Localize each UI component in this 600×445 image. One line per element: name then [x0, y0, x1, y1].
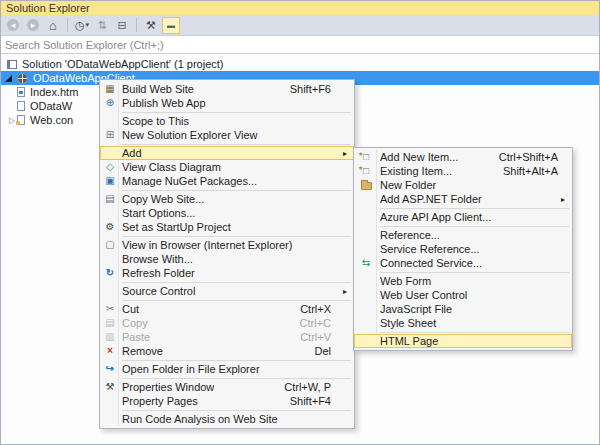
html-file-icon: [17, 87, 25, 97]
file-label: Web.con: [30, 114, 73, 126]
home-button[interactable]: ⌂: [44, 17, 62, 34]
menu-item-build-web-site[interactable]: ▦ Build Web Site Shift+F6: [100, 82, 354, 96]
menu-item-new-solution-explorer-view[interactable]: ⊞ New Solution Explorer View: [100, 128, 354, 142]
menu-item-open-folder-in-file-explorer[interactable]: ↪ Open Folder in File Explorer: [100, 362, 354, 376]
submenu-item-existing-item[interactable]: □ Existing Item... Shift+Alt+A: [354, 164, 572, 178]
new-view-icon: ⊞: [102, 128, 118, 142]
chevron-down-icon: ▾: [86, 21, 90, 29]
solution-icon: [7, 60, 17, 69]
menu-item-property-pages[interactable]: Property Pages Shift+F4: [100, 394, 354, 408]
menu-item-paste[interactable]: ▥ Paste Ctrl+V: [100, 330, 354, 344]
menu-separator: [122, 282, 351, 283]
show-all-files-button[interactable]: ▬: [162, 17, 180, 34]
back-icon: ◂: [7, 19, 19, 31]
panel-titlebar[interactable]: Solution Explorer: [1, 1, 599, 15]
copy-web-site-icon: ▤: [102, 192, 118, 206]
submenu-item-web-form[interactable]: Web Form: [354, 274, 572, 288]
search-bar: [1, 36, 599, 54]
menu-item-copy[interactable]: ▤ Copy Ctrl+C: [100, 316, 354, 330]
wrench-icon: ⚒: [146, 19, 156, 32]
menu-separator: [380, 208, 569, 209]
file-label: ODataW: [30, 100, 72, 112]
menu-item-run-code-analysis[interactable]: Run Code Analysis on Web Site: [100, 412, 354, 426]
nuget-icon: ▣: [102, 174, 118, 188]
menu-item-set-as-startup-project[interactable]: ⚙ Set as StartUp Project: [100, 220, 354, 234]
menu-item-cut[interactable]: ✂ Cut Ctrl+X: [100, 302, 354, 316]
menu-item-view-class-diagram[interactable]: ◇ View Class Diagram: [100, 160, 354, 174]
menu-item-browse-with[interactable]: Browse With...: [100, 252, 354, 266]
sync-with-active-document-button[interactable]: ⇅: [93, 17, 111, 34]
menu-item-properties-window[interactable]: ⚒ Properties Window Ctrl+W, P: [100, 380, 354, 394]
forward-icon: ▸: [27, 19, 39, 31]
file-label: Index.htm: [30, 86, 78, 98]
collapse-all-button[interactable]: ⊟: [113, 17, 131, 34]
submenu-item-web-user-control[interactable]: Web User Control: [354, 288, 572, 302]
open-folder-icon: ↪: [102, 362, 118, 376]
submenu-item-connected-service[interactable]: ⇆ Connected Service...: [354, 256, 572, 270]
submenu-item-new-folder[interactable]: New Folder: [354, 178, 572, 192]
search-input[interactable]: [1, 37, 599, 53]
tree-item-solution[interactable]: Solution 'ODataWebAppClient' (1 project): [1, 57, 599, 71]
config-file-icon: [17, 115, 25, 125]
submenu-item-html-page[interactable]: HTML Page: [354, 334, 572, 348]
toolbar: ◂ ▸ ⌂ ◷ ▾ ⇅ ⊟ ⚒ ▬: [1, 15, 599, 36]
menu-separator: [122, 410, 351, 411]
menu-item-manage-nuget-packages[interactable]: ▣ Manage NuGet Packages...: [100, 174, 354, 188]
browser-icon: ▢: [102, 238, 118, 252]
connected-service-icon: ⇆: [358, 256, 374, 270]
collapse-all-icon: ⊟: [117, 19, 126, 32]
properties-button[interactable]: ⚒: [142, 17, 160, 34]
menu-separator: [122, 300, 351, 301]
menu-item-source-control[interactable]: Source Control ▸: [100, 284, 354, 298]
toolbar-separator: [67, 18, 68, 32]
menu-separator: [380, 272, 569, 273]
submenu-item-javascript-file[interactable]: JavaScript File: [354, 302, 572, 316]
solution-explorer-panel: Solution Explorer ◂ ▸ ⌂ ◷ ▾ ⇅ ⊟ ⚒ ▬: [0, 0, 600, 445]
expander-open-icon[interactable]: [5, 75, 12, 82]
submenu-item-add-aspnet-folder[interactable]: Add ASP.NET Folder ▸: [354, 192, 572, 206]
refresh-icon: ↻: [102, 266, 118, 280]
context-menu: ▦ Build Web Site Shift+F6 ⊕ Publish Web …: [99, 79, 355, 429]
submenu-item-reference[interactable]: Reference...: [354, 228, 572, 242]
existing-item-icon: □: [358, 164, 374, 178]
menu-item-refresh-folder[interactable]: ↻ Refresh Folder: [100, 266, 354, 280]
toolbar-separator: [136, 18, 137, 32]
copy-icon: ▤: [102, 316, 118, 330]
show-all-files-icon: ▬: [167, 21, 175, 30]
submenu-item-service-reference[interactable]: Service Reference...: [354, 242, 572, 256]
submenu-item-azure-api-app-client[interactable]: Azure API App Client...: [354, 210, 572, 224]
pending-changes-filter-button[interactable]: ◷ ▾: [73, 17, 91, 34]
sync-icon: ⇅: [97, 19, 106, 32]
submenu-arrow-icon: ▸: [343, 149, 347, 158]
menu-separator: [380, 332, 569, 333]
menu-separator: [380, 226, 569, 227]
menu-separator: [122, 236, 351, 237]
menu-separator: [122, 190, 351, 191]
wrench-icon: ⚒: [102, 380, 118, 394]
submenu-item-add-new-item[interactable]: □ Add New Item... Ctrl+Shift+A: [354, 150, 572, 164]
menu-separator: [122, 144, 351, 145]
submenu-arrow-icon: ▸: [343, 287, 347, 296]
forward-button[interactable]: ▸: [24, 17, 42, 34]
menu-separator: [122, 360, 351, 361]
new-folder-icon: [358, 178, 374, 192]
back-button[interactable]: ◂: [4, 17, 22, 34]
menu-item-publish-web-app[interactable]: ⊕ Publish Web App: [100, 96, 354, 110]
paste-icon: ▥: [102, 330, 118, 344]
menu-item-scope-to-this[interactable]: Scope to This: [100, 114, 354, 128]
remove-icon: ×: [102, 344, 118, 358]
menu-item-view-in-browser[interactable]: ▢ View in Browser (Internet Explorer): [100, 238, 354, 252]
solution-label: Solution 'ODataWebAppClient' (1 project): [22, 58, 224, 70]
menu-item-remove[interactable]: × Remove Del: [100, 344, 354, 358]
file-icon: [17, 101, 25, 111]
web-project-icon: [17, 73, 28, 84]
submenu-item-style-sheet[interactable]: Style Sheet: [354, 316, 572, 330]
menu-item-copy-web-site[interactable]: ▤ Copy Web Site...: [100, 192, 354, 206]
publish-icon: ⊕: [102, 96, 118, 110]
home-icon: ⌂: [49, 18, 57, 33]
menu-item-start-options[interactable]: Start Options...: [100, 206, 354, 220]
submenu-arrow-icon: ▸: [561, 195, 565, 204]
menu-item-add[interactable]: Add ▸: [100, 146, 354, 160]
history-icon: ◷: [75, 19, 85, 32]
build-icon: ▦: [102, 82, 118, 96]
